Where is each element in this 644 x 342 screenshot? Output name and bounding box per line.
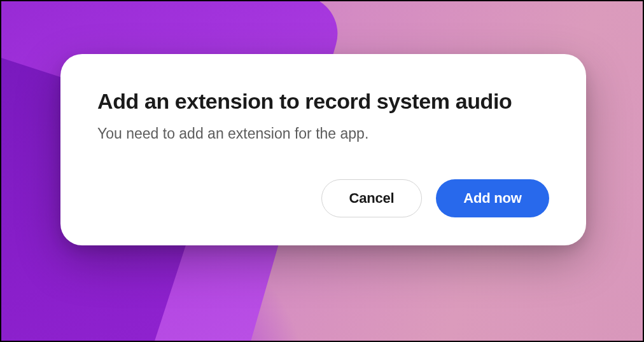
- modal-body-text: You need to add an extension for the app…: [97, 123, 549, 144]
- app-window: Add an extension to record system audio …: [0, 0, 644, 342]
- add-now-button[interactable]: Add now: [436, 179, 549, 217]
- cancel-button[interactable]: Cancel: [321, 179, 422, 217]
- extension-prompt-modal: Add an extension to record system audio …: [60, 54, 586, 245]
- modal-actions: Cancel Add now: [97, 179, 549, 217]
- modal-title: Add an extension to record system audio: [97, 88, 549, 114]
